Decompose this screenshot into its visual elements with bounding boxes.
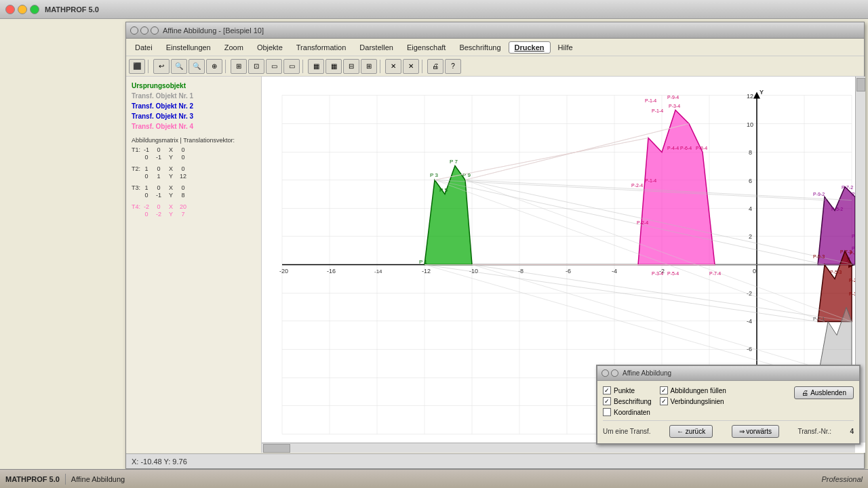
desktop-window-buttons [5,5,39,14]
m3-r1v: 0 [178,184,188,191]
toolbar-zoom-in-btn[interactable]: 🔍 [171,59,187,74]
toolbar-undo-btn[interactable]: ↩ [153,59,170,74]
dialog-content: Punkte Beschriftung Koordinaten Abbildun… [597,381,859,443]
toolbar-help-btn[interactable]: ? [445,59,461,74]
menu-beschriftung[interactable]: Beschriftung [453,41,507,54]
svg-text:-2: -2 [747,290,752,297]
toolbar-sep-2 [225,60,228,73]
svg-text:-6: -6 [566,268,571,274]
m3-r2c2: -1 [154,192,163,199]
svg-text:-20: -20 [279,268,288,274]
close-button-inner[interactable] [130,26,138,35]
toolbar-frame2-btn[interactable]: ▭ [283,59,300,74]
m1-r1v: 0 [178,146,188,153]
svg-text:-12: -12 [422,268,431,274]
toolbar-crop-btn[interactable]: ⊞ [361,59,377,74]
svg-text:P 9: P 9 [462,172,471,178]
zuruck-button[interactable]: ← zurück [669,425,713,438]
taskbar-app-name: MATHPROF 5.0 [5,475,60,483]
close-button-desktop[interactable] [5,5,15,14]
dialog-min-btn[interactable] [611,369,618,377]
ausblenden-label: Ausblenden [810,389,846,396]
menu-hilfe[interactable]: Hilfe [552,41,579,54]
status-bar: X: -10.48 Y: 9.76 [126,453,864,468]
svg-text:-4: -4 [612,268,617,274]
m2-r2v: 12 [178,173,188,180]
minimize-button-desktop[interactable] [18,5,27,14]
dialog-close-btn[interactable] [601,369,609,377]
svg-text:P-1-4: P-1-4 [652,108,663,113]
svg-text:P-9-2: P-9-2 [813,192,825,197]
minimize-button-inner[interactable] [140,26,149,35]
menu-bar: Datei Einstellungen Zoom Objekte Transfo… [126,39,864,56]
menu-objekte[interactable]: Objekte [251,41,289,54]
check-punkte-row: Punkte [603,386,652,394]
svg-text:P-5-2: P-5-2 [831,207,843,211]
toolbar-print-btn[interactable]: 🖨 [427,59,443,74]
svg-text:P-7-3: P-7-3 [840,249,852,254]
m2-r1c2: 0 [154,165,163,172]
inner-window-buttons [130,26,159,35]
m4-r2y: Y [166,211,176,218]
menu-einstellungen[interactable]: Einstellungen [160,41,217,54]
ausblenden-button[interactable]: 🖨 Ausblenden [794,386,854,399]
m1-r2v: 0 [178,154,188,161]
legend-ursprungsobjekt: Ursprungsobjekt [132,82,256,89]
dialog-title-bar: Affine Abbildung [597,366,859,381]
check-beschriftung-row: Beschriftung [603,397,652,405]
menu-darstellen[interactable]: Darstellen [353,41,399,54]
m1-r1c2: 0 [154,146,163,153]
toolbar-fit-btn[interactable]: ⊡ [248,59,264,74]
m4-r1v: 20 [178,203,188,210]
left-panel: Ursprungsobjekt Transf. Objekt Nr. 1 Tra… [126,77,262,453]
check-verbindung[interactable] [660,397,668,405]
toolbar-zoom-reset-btn[interactable]: ⊕ [206,59,222,74]
check-abbildungen-row: Abbildungen füllen [660,386,726,394]
m2-r1x: X [166,165,176,172]
toolbar-close-btn[interactable]: ✕ [385,59,401,74]
check-punkte[interactable] [603,386,611,394]
toolbar-resize-btn[interactable]: ⊟ [343,59,359,74]
toolbar-sep-4 [380,60,382,73]
check-koordinaten[interactable] [603,408,611,416]
vorwarts-button[interactable]: ⇒ vorwärts [732,425,780,438]
toolbar-grid-btn[interactable]: ⊞ [231,59,247,74]
m4-r1x: X [166,203,176,210]
menu-transformation[interactable]: Transformation [290,41,353,54]
svg-text:12: 12 [747,93,753,100]
maximize-button-desktop[interactable] [30,5,39,14]
toolbar-select-btn[interactable]: ⬛ [129,59,145,74]
check-abbildungen-label: Abbildungen füllen [671,387,726,394]
menu-eigenschaft[interactable]: Eigenschaft [401,41,452,54]
svg-text:P-8-4: P-8-4 [696,146,707,150]
toolbar-close2-btn[interactable]: ✕ [403,59,419,74]
menu-zoom[interactable]: Zoom [218,41,250,54]
m1-r2c2: -1 [154,154,163,161]
transf-nr-label: Transf.-Nr.: [797,428,831,435]
toolbar-table2-btn[interactable]: ▦ [326,59,342,74]
m4-r2c2: -2 [154,211,163,218]
m4-r1c2: 0 [154,203,163,210]
menu-datei[interactable]: Datei [129,41,159,54]
svg-text:P-4-4: P-4-4 [667,146,679,150]
legend-transf3: Transf. Objekt Nr. 3 [132,113,256,120]
toolbar-zoom-out-btn[interactable]: 🔍 [189,59,205,74]
check-abbildungen[interactable] [660,386,668,394]
maximize-button-inner[interactable] [151,26,159,35]
taskbar: MATHPROF 5.0 Affine Abbildung Profession… [0,469,868,488]
m3-r2v: 8 [178,192,188,199]
svg-text:-10: -10 [469,268,478,274]
check-beschriftung-label: Beschriftung [614,398,652,405]
toolbar-table-btn[interactable]: ▦ [308,59,324,74]
desktop-title-bar: MATHPROF 5.0 [0,0,868,19]
matrix-t2-label: T2: [132,165,140,172]
matrix-t3-label: T3: [132,184,140,191]
check-punkte-label: Punkte [614,387,635,394]
toolbar: ⬛ ↩ 🔍 🔍 ⊕ ⊞ ⊡ ▭ ▭ ▦ ▦ ⊟ ⊞ ✕ ✕ 🖨 ? [126,56,864,77]
svg-text:2: 2 [749,233,752,240]
check-beschriftung[interactable] [603,397,611,405]
menu-drucken[interactable]: Drucken [509,41,551,54]
svg-text:P-3-4: P-3-4 [652,271,663,276]
vorwarts-label: ⇒ vorwärts [739,428,772,435]
toolbar-frame-btn[interactable]: ▭ [266,59,282,74]
